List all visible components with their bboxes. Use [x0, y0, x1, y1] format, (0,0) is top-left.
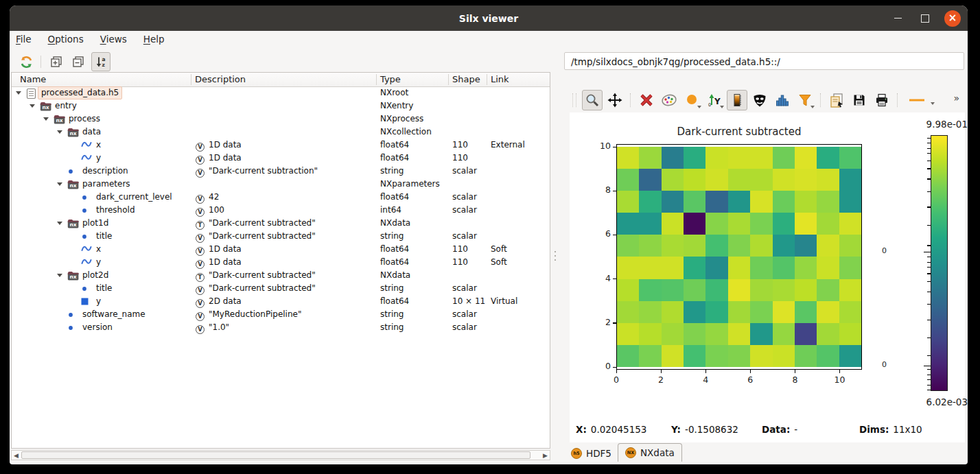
pan-mode-button[interactable] — [605, 90, 625, 110]
value-badge: V — [196, 169, 205, 178]
colormap-button[interactable] — [659, 90, 679, 110]
node-name: parameters — [82, 178, 130, 191]
menu-file[interactable]: File — [16, 34, 32, 45]
reset-zoom-button[interactable] — [636, 90, 657, 110]
heatmap-cell — [817, 235, 839, 257]
tree-row-software_name[interactable]: software_nameV"MyReductionPipeline"strin… — [12, 308, 550, 321]
heatmap-cell — [617, 257, 639, 279]
column-header-name[interactable]: Name — [20, 73, 46, 86]
dataset-path-field[interactable]: /tmp/silxdocs_obnjk7qg/processed_data.h5… — [564, 52, 964, 70]
value-badge: V — [196, 312, 205, 321]
tree-row-x[interactable]: xV1D datafloat64110External — [12, 139, 550, 152]
tab-hdf5[interactable]: h5HDF5 — [564, 445, 618, 462]
panel-splitter[interactable] — [552, 47, 559, 464]
node-shape: 10 × 11 — [452, 295, 485, 308]
print-button[interactable] — [872, 90, 892, 110]
tree-row-y[interactable]: yV1D datafloat64110Soft — [12, 256, 550, 269]
heatmap-cell — [773, 279, 795, 301]
svg-text:0: 0 — [708, 102, 711, 108]
heatmap-cell — [705, 301, 727, 323]
node-type: NXdata — [380, 269, 410, 282]
y-tick-label: 10 — [587, 141, 611, 151]
scroll-right-arrow[interactable]: ▶ — [541, 451, 550, 460]
expander-icon[interactable] — [57, 182, 62, 186]
column-header-shape[interactable]: Shape — [452, 73, 480, 86]
tree-horizontal-scrollbar[interactable]: ◀ ▶ — [11, 450, 550, 460]
heatmap[interactable] — [617, 147, 861, 367]
heatmap-cell — [662, 279, 684, 301]
node-type: int64 — [380, 204, 401, 217]
tree-row-process[interactable]: nxprocessNXprocess — [12, 112, 550, 126]
scroll-left-arrow[interactable]: ◀ — [12, 451, 21, 460]
node-shape: scalar — [452, 282, 477, 295]
tree-row-plot2d[interactable]: nxplot2dT"Dark-current subtracted"NXdata — [12, 269, 550, 282]
y-axis-orientation-button[interactable]: Y 0 — [704, 90, 725, 110]
tree-row-version[interactable]: versionV"1.0"stringscalar — [12, 321, 550, 334]
expander-icon[interactable] — [43, 117, 49, 121]
colorbar[interactable] — [931, 135, 948, 391]
scalar-icon — [81, 283, 88, 296]
tree-row-plot1d[interactable]: nxplot1dT"Dark-current subtracted"NXdata — [12, 217, 550, 230]
expander-icon[interactable] — [57, 222, 62, 225]
menu-help[interactable]: Help — [143, 34, 165, 45]
tree-row-threshold[interactable]: thresholdV100int64scalar — [12, 204, 550, 217]
tree-row-entry[interactable]: nxentryNXentry — [12, 99, 550, 112]
expander-icon[interactable] — [57, 130, 62, 134]
heatmap-cell — [839, 301, 861, 323]
status-dims: Dims:11x10 — [859, 424, 922, 435]
node-type: string — [380, 321, 404, 334]
svg-text:nx: nx — [70, 274, 77, 280]
histogram-button[interactable] — [772, 90, 793, 110]
title-bar[interactable]: Silx viewer × — [10, 5, 968, 31]
plot-title: Dark-current subtracted — [616, 126, 862, 138]
heatmap-cell — [750, 257, 772, 279]
expander-icon[interactable] — [16, 91, 21, 95]
tab-nxdata[interactable]: NXNXdata — [618, 443, 682, 462]
heatmap-cell — [773, 147, 795, 169]
refresh-button[interactable] — [17, 53, 35, 71]
maximize-button[interactable] — [917, 10, 933, 27]
heatmap-cell — [773, 345, 795, 367]
tree-row-processed_data.h5[interactable]: processed_data.h5NXroot — [12, 86, 550, 99]
menu-options[interactable]: Options — [48, 34, 84, 45]
plot-canvas[interactable]: Dark-current subtracted 02468100246810 0… — [570, 112, 965, 416]
save-button[interactable] — [849, 90, 870, 110]
toolbar-separator — [820, 93, 821, 107]
minimize-button[interactable] — [889, 10, 906, 27]
filter-button[interactable] — [795, 90, 815, 110]
toolbar-overflow-button[interactable]: » — [953, 93, 959, 104]
marker-style-button[interactable] — [681, 90, 702, 110]
tree-row-y[interactable]: yV2D datafloat6410 × 11Virtual — [12, 295, 550, 308]
node-link: External — [491, 139, 525, 152]
column-header-type[interactable]: Type — [380, 73, 401, 86]
zoom-mode-button[interactable] — [582, 90, 603, 110]
expand-all-button[interactable] — [47, 53, 65, 71]
node-shape: 110 — [452, 256, 468, 269]
tree-row-x[interactable]: xV1D datafloat64110Soft — [12, 243, 550, 256]
tree-row-description[interactable]: descriptionV"Dark-current subtraction"st… — [12, 165, 550, 178]
mask-tools-button[interactable] — [749, 90, 770, 110]
column-header-link[interactable]: Link — [491, 73, 509, 86]
sort-button[interactable]: a z — [91, 52, 110, 71]
heatmap-cell — [617, 169, 639, 191]
tree-row-title[interactable]: titleV"Dark-current subtracted"stringsca… — [12, 230, 550, 243]
tree-row-title[interactable]: titleV"Dark-current subtracted"stringsca… — [12, 282, 550, 295]
column-header-description[interactable]: Description — [195, 73, 246, 86]
scrollbar-thumb[interactable] — [21, 451, 530, 459]
heatmap-cell — [795, 345, 817, 367]
expander-icon[interactable] — [57, 274, 62, 277]
tree-row-dark_current_level[interactable]: dark_current_levelV42float64scalar — [12, 191, 550, 204]
collapse-all-button[interactable] — [69, 53, 87, 71]
tree-row-data[interactable]: nxdataNXcollection — [12, 126, 550, 139]
expander-icon[interactable] — [30, 104, 35, 108]
close-button[interactable]: × — [944, 10, 961, 27]
copy-button[interactable] — [826, 90, 847, 110]
tree-row-y[interactable]: yV1D datafloat64110 — [12, 152, 550, 165]
tree-row-parameters[interactable]: nxparametersNXparameters — [12, 178, 550, 191]
heatmap-cell — [750, 279, 772, 301]
menu-views[interactable]: Views — [100, 34, 127, 45]
colorbar-toggle-button[interactable] — [727, 90, 747, 110]
title-badge: T — [196, 273, 205, 282]
heatmap-cell — [750, 213, 772, 235]
line-style-button[interactable] — [903, 90, 931, 110]
